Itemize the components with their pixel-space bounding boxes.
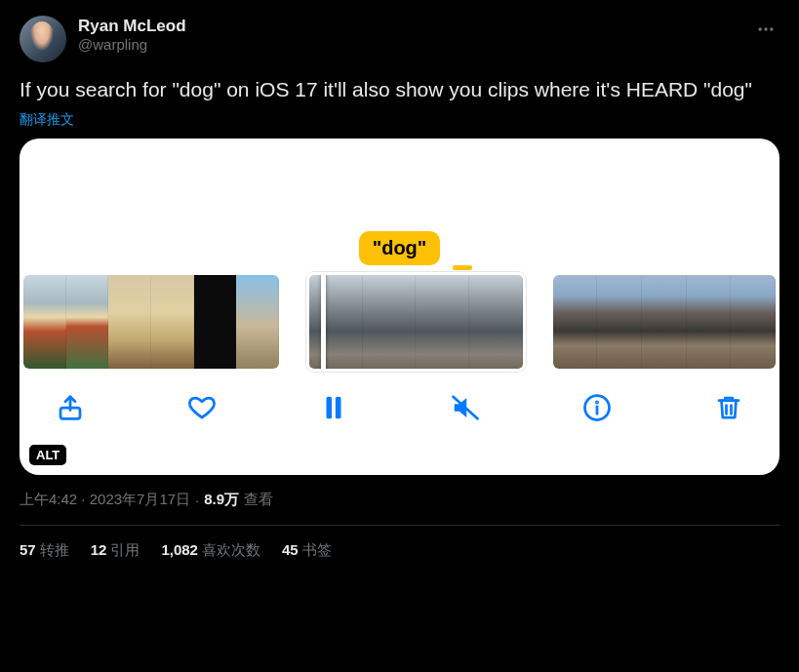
svg-rect-5 <box>336 397 341 419</box>
heart-icon <box>187 393 217 422</box>
timestamp[interactable]: 上午4:42 · 2023年7月17日 <box>20 491 190 509</box>
views-count: 8.9万 <box>204 491 239 509</box>
thumbnail <box>108 275 151 369</box>
like-button[interactable] <box>186 392 218 423</box>
media-toolbar <box>20 369 779 443</box>
tweet-media[interactable]: "dog" <box>20 138 779 475</box>
stat-retweets[interactable]: 57转推 <box>20 541 69 560</box>
translate-link[interactable]: 翻译推文 <box>20 111 779 129</box>
tweet-meta: 上午4:42 · 2023年7月17日 · 8.9万 查看 <box>20 491 779 509</box>
user-names[interactable]: Ryan McLeod @warpling <box>78 16 186 55</box>
more-button[interactable] <box>752 16 779 47</box>
info-button[interactable] <box>581 392 613 423</box>
thumbnail <box>363 275 417 369</box>
share-icon <box>56 393 85 422</box>
svg-rect-4 <box>327 397 333 419</box>
display-name: Ryan McLeod <box>78 16 186 36</box>
thumbnail <box>66 275 109 369</box>
thumbnail <box>309 275 363 369</box>
tweet-container: Ryan McLeod @warpling If you search for … <box>0 0 799 560</box>
svg-point-9 <box>596 402 597 403</box>
mute-button[interactable] <box>450 392 481 423</box>
thumbnail <box>23 275 66 369</box>
pause-icon <box>319 393 348 422</box>
clip-strip-2-active[interactable] <box>306 272 525 372</box>
stat-likes[interactable]: 1,082喜欢次数 <box>161 541 260 560</box>
thumbnail <box>597 275 642 369</box>
clip-strip-3[interactable] <box>553 275 776 369</box>
thumbnail <box>687 275 732 369</box>
tweet-stats: 57转推 12引用 1,082喜欢次数 45书签 <box>20 526 779 560</box>
more-icon <box>756 20 776 39</box>
caption-tag: "dog" <box>359 231 441 265</box>
user-handle: @warpling <box>78 36 186 55</box>
views-label: 查看 <box>244 491 273 509</box>
pause-button[interactable] <box>318 392 349 423</box>
caption-row: "dog" <box>20 231 779 275</box>
meta-separator: · <box>195 492 199 508</box>
trash-icon <box>714 393 743 422</box>
thumbnail <box>194 275 237 369</box>
thumbnail <box>642 275 687 369</box>
caption-marker <box>453 265 472 270</box>
clip-strip-1[interactable] <box>23 275 279 369</box>
tweet-text: If you search for "dog" on iOS 17 it'll … <box>20 76 779 103</box>
info-icon <box>582 393 612 422</box>
delete-button[interactable] <box>713 392 744 423</box>
thumbnail <box>151 275 194 369</box>
alt-badge[interactable]: ALT <box>29 445 66 465</box>
avatar[interactable] <box>20 16 66 62</box>
filmstrips <box>20 275 779 369</box>
thumbnail <box>236 275 279 369</box>
playhead[interactable] <box>321 272 326 372</box>
thumbnail <box>416 275 469 369</box>
thumbnail <box>731 275 776 369</box>
media-whitespace <box>20 138 779 231</box>
svg-point-0 <box>759 27 762 30</box>
thumbnail <box>553 275 598 369</box>
tweet-header: Ryan McLeod @warpling <box>20 16 779 62</box>
share-button[interactable] <box>55 392 86 423</box>
speaker-muted-icon <box>451 393 480 422</box>
thumbnail <box>469 275 523 369</box>
stat-bookmarks[interactable]: 45书签 <box>282 541 332 560</box>
stat-quotes[interactable]: 12引用 <box>91 541 140 560</box>
svg-point-2 <box>770 27 773 30</box>
svg-point-1 <box>764 27 767 30</box>
